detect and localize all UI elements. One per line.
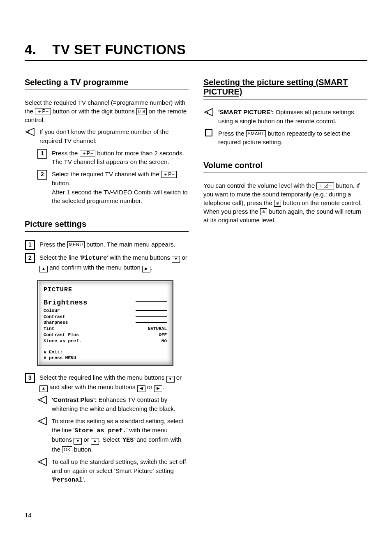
text: . Select ' bbox=[99, 436, 122, 443]
text: You can control the volume level with th… bbox=[203, 182, 316, 189]
info-row: If you don't know the programme number o… bbox=[25, 127, 189, 145]
right-column: Selecting the picture setting (SMART PIC… bbox=[203, 78, 367, 499]
left-arrow-icon: ◀ bbox=[137, 385, 145, 392]
section-volume-control: Volume control You can control the volum… bbox=[203, 161, 367, 224]
info-icon bbox=[37, 395, 47, 404]
osd-row-value: NATURAL bbox=[148, 326, 167, 332]
section-picture-settings: Picture settings 1 Press the MENU button… bbox=[25, 219, 189, 485]
step-2: 2 Select the required TV channel with th… bbox=[37, 170, 189, 205]
menu-button: MENU bbox=[67, 241, 85, 248]
text: Select the required line with the menu b… bbox=[39, 374, 166, 381]
text: button. bbox=[72, 446, 93, 453]
step-body: Press the ＋P− button for more than 2 sec… bbox=[52, 149, 189, 167]
tip-text: If you don't know the programme number o… bbox=[39, 127, 189, 145]
digit-buttons: 0-9 bbox=[136, 108, 147, 115]
osd-row-label: Colour bbox=[44, 308, 60, 314]
step: Press the SMART button repeatedly to sel… bbox=[203, 129, 367, 147]
text: Select the required TV channel with the bbox=[52, 171, 161, 178]
p-plus-minus-button: ＋P− bbox=[161, 171, 177, 178]
text: or bbox=[84, 436, 91, 443]
step-body: Select the required TV channel with the … bbox=[52, 170, 189, 205]
osd-title: PICTURE bbox=[44, 286, 167, 293]
tip-body: To store this setting as a standard sett… bbox=[52, 417, 189, 454]
chapter-title: 4. TV SET FUNCTIONS bbox=[25, 42, 367, 61]
osd-row-label: Contrast bbox=[44, 314, 65, 320]
left-column: Selecting a TV programme Select the requ… bbox=[25, 78, 189, 499]
osd-row-value: OFF bbox=[159, 332, 167, 338]
osd-footer-press: ∨ press MENU bbox=[44, 355, 167, 361]
mute-button: ⋇ bbox=[274, 200, 281, 207]
osd-row-label: Tint bbox=[44, 326, 54, 332]
osd-footer-exit: ∧ Exit: bbox=[44, 349, 167, 355]
text: After 1 second the TV-VIDEO Combi will s… bbox=[52, 189, 188, 205]
osd-row: Brightness bbox=[44, 298, 167, 308]
osd-row: Store as pref.NO bbox=[44, 338, 167, 344]
section-selecting-programme: Selecting a TV programme Select the requ… bbox=[25, 78, 189, 205]
tip-lead: 'SMART PICTURE': bbox=[218, 108, 274, 115]
step-number: 1 bbox=[25, 240, 35, 250]
osd-slider bbox=[136, 308, 167, 311]
text: or bbox=[147, 383, 154, 390]
up-arrow-icon: ▲ bbox=[39, 266, 48, 272]
menu-value-personal: Personal bbox=[53, 477, 83, 484]
step-1: 1 Press the MENU button. The main menu a… bbox=[25, 240, 189, 250]
osd-row-value: NO bbox=[161, 338, 167, 344]
tip-lead: 'Contrast Plus': bbox=[52, 396, 97, 403]
right-arrow-icon: ▶ bbox=[154, 385, 162, 392]
info-icon bbox=[25, 127, 35, 136]
osd-row-label: Store as pref. bbox=[44, 338, 81, 344]
osd-slider bbox=[136, 314, 167, 317]
text: button. The main menu appears. bbox=[86, 241, 175, 248]
osd-row-label: Sharpness bbox=[44, 320, 68, 326]
chapter-text: TV SET FUNCTIONS bbox=[52, 42, 186, 57]
section-heading: Selecting the picture setting (SMART PIC… bbox=[203, 78, 367, 99]
info-icon bbox=[37, 457, 47, 466]
text: Press the bbox=[39, 241, 67, 248]
text: and alter with the menu buttons bbox=[49, 383, 137, 390]
step-body: Select the line 'Picture' with the menu … bbox=[39, 253, 189, 272]
text: or bbox=[182, 254, 187, 261]
osd-row-label: Contrast Plus bbox=[44, 332, 79, 338]
p-plus-minus-button: ＋P− bbox=[35, 108, 51, 115]
osd-row: Contrast bbox=[44, 314, 167, 320]
section-heading: Picture settings bbox=[25, 219, 189, 232]
intro-paragraph: Select the required TV channel (=program… bbox=[25, 98, 189, 124]
menu-item-store: Store as pref. bbox=[74, 427, 126, 434]
tip-body: 'Contrast Plus': Enhances TV contrast by… bbox=[52, 395, 189, 413]
tip-body: To call up the standard settings, switch… bbox=[52, 457, 189, 485]
section-heading: Selecting a TV programme bbox=[25, 78, 189, 90]
info-icon bbox=[37, 417, 47, 426]
step-number: 2 bbox=[25, 253, 35, 263]
text: button. bbox=[52, 180, 71, 187]
text: and confirm with the menu button bbox=[49, 264, 142, 271]
menu-value-yes: YES bbox=[122, 437, 134, 444]
up-arrow-icon: ▲ bbox=[91, 438, 99, 445]
section-smart-picture: Selecting the picture setting (SMART PIC… bbox=[203, 78, 367, 147]
text: '. bbox=[83, 476, 85, 483]
step-3: 3 Select the required line with the menu… bbox=[25, 373, 189, 392]
section-heading: Volume control bbox=[203, 161, 367, 173]
osd-slider bbox=[136, 298, 167, 302]
down-arrow-icon: ▼ bbox=[166, 376, 175, 383]
text: button or with the digit buttons bbox=[53, 108, 136, 115]
text: Press the bbox=[52, 150, 80, 157]
step-body: Press the MENU button. The main menu app… bbox=[39, 240, 189, 249]
step-number: 1 bbox=[37, 149, 47, 159]
osd-slider bbox=[136, 320, 167, 323]
tip-store-pref: To store this setting as a standard sett… bbox=[37, 417, 189, 454]
menu-item-picture: Picture bbox=[81, 255, 107, 262]
volume-button: ＋⊿− bbox=[316, 182, 334, 189]
text: or bbox=[176, 374, 182, 381]
mute-button: ⋇ bbox=[260, 208, 267, 215]
right-arrow-icon: ▶ bbox=[142, 266, 150, 272]
down-arrow-icon: ▼ bbox=[172, 256, 180, 263]
checkbox-icon bbox=[205, 129, 212, 136]
step-body: Press the SMART button repeatedly to sel… bbox=[218, 129, 367, 147]
osd-picture-menu: PICTURE BrightnessColourContrastSharpnes… bbox=[37, 280, 173, 366]
text: ' with the menu buttons bbox=[107, 254, 172, 261]
step-body: Select the required line with the menu b… bbox=[39, 373, 189, 392]
p-plus-minus-button: ＋P− bbox=[80, 150, 96, 157]
osd-row: TintNATURAL bbox=[44, 326, 167, 332]
osd-row: Colour bbox=[44, 308, 167, 314]
step-2: 2 Select the line 'Picture' with the men… bbox=[25, 253, 189, 272]
